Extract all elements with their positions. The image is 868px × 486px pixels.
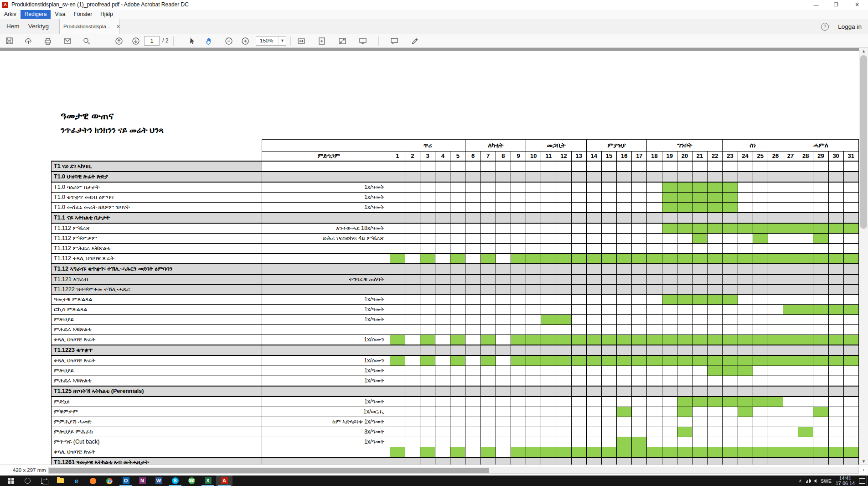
help-icon[interactable]: ? [821, 23, 829, 31]
week-cell [798, 324, 813, 334]
file-explorer-icon[interactable] [52, 476, 68, 486]
horizontal-scrollbar[interactable] [48, 467, 859, 474]
close-button[interactable]: ✕ [847, 0, 867, 10]
page-fit-icon[interactable] [295, 36, 307, 47]
previous-page-icon[interactable] [113, 36, 125, 47]
zoom-in-icon[interactable] [239, 36, 251, 47]
scroll-right-icon[interactable]: › [863, 467, 864, 472]
tab-close-icon[interactable]: ✕ [116, 24, 120, 29]
week-cell [556, 213, 571, 223]
volume-icon[interactable] [814, 479, 816, 483]
scroll-down-icon[interactable]: ▼ [859, 459, 868, 464]
highlight-icon[interactable] [409, 36, 421, 47]
comment-icon[interactable] [388, 36, 400, 47]
chrome-icon[interactable] [101, 476, 118, 486]
week-cell-scheduled [708, 355, 723, 366]
clock[interactable]: 14:41 17-06-14 [836, 476, 855, 486]
week-cell [480, 386, 496, 397]
week-cell-scheduled [813, 407, 828, 417]
week-cell [526, 213, 541, 223]
skype-icon[interactable]: S [167, 476, 183, 486]
week-cell [526, 192, 541, 202]
start-button[interactable] [3, 476, 19, 486]
week-cell [526, 202, 541, 213]
word-icon[interactable]: W [150, 476, 167, 486]
week-cell [692, 386, 707, 397]
week-cell [511, 324, 526, 334]
page-number-input[interactable]: 1 [144, 36, 160, 46]
share-icon[interactable] [23, 36, 35, 47]
maximize-button[interactable]: ❐ [826, 0, 846, 10]
week-cell [738, 161, 753, 172]
tab-tools[interactable]: Verktyg [24, 19, 53, 34]
menu-item-2[interactable]: Redigera [21, 10, 51, 19]
presentation-icon[interactable] [357, 36, 369, 47]
search-icon[interactable] [19, 476, 36, 486]
week-cell [601, 223, 616, 234]
week-cell [617, 314, 632, 324]
edge-icon[interactable]: e [68, 476, 85, 486]
onenote-icon[interactable]: N [134, 476, 150, 486]
week-cell [405, 334, 420, 345]
fullscreen-icon[interactable] [336, 36, 348, 47]
week-cell [828, 457, 843, 465]
pdf-canvas: ዓመታዊ ውጠና ንጥፈታትን ክንክንን ናይ መሬት ህንጻ ጥሪለካቲትመ… [0, 48, 859, 465]
scroll-up-icon[interactable]: ▲ [859, 49, 868, 53]
tray-chevron-icon[interactable]: ∧ [799, 478, 802, 483]
keyboard-language-label[interactable]: SWE [821, 478, 832, 484]
vertical-scrollbar[interactable]: ▲ ▼ [859, 48, 868, 465]
excel-icon[interactable]: X [200, 476, 216, 486]
tab-document[interactable]: Produktionstidspla... ✕ [59, 19, 119, 34]
week-cell [662, 457, 677, 465]
week-cell [647, 161, 662, 172]
week-cell [632, 243, 647, 253]
menu-item-1[interactable]: Arkiv [0, 10, 21, 19]
week-cell [541, 376, 556, 386]
phone-icon[interactable]: ☎ [183, 476, 200, 486]
select-tool-icon[interactable] [186, 36, 198, 47]
minimize-button[interactable]: — [806, 0, 826, 10]
horizontal-scroll-thumb[interactable] [49, 468, 489, 473]
week-cell [541, 345, 556, 355]
page-transform-icon[interactable] [316, 36, 328, 47]
search-icon[interactable] [81, 36, 93, 47]
show-desktop-button[interactable] [866, 476, 868, 486]
week-cell [405, 427, 420, 437]
week-cell [405, 274, 420, 285]
week-cell [708, 427, 723, 437]
week-cell [813, 182, 828, 193]
week-cell-scheduled [753, 334, 768, 345]
notification-center-icon[interactable] [859, 478, 865, 484]
next-page-icon[interactable] [130, 36, 142, 47]
network-icon[interactable] [806, 479, 810, 483]
task-view-icon[interactable] [36, 476, 52, 486]
login-button[interactable]: Logga in [838, 23, 862, 30]
week-cell-scheduled [768, 223, 783, 234]
zoom-out-icon[interactable] [223, 36, 235, 47]
save-icon[interactable] [4, 36, 16, 47]
week-cell [783, 172, 798, 182]
week-cell-scheduled [738, 447, 753, 457]
menu-item-3[interactable]: Visa [51, 10, 69, 19]
zoom-level-dropdown[interactable]: ▼150% [256, 36, 286, 46]
tab-home[interactable]: Hem [2, 19, 24, 34]
scroll-left-icon[interactable]: ‹ [42, 467, 44, 472]
menu-item-4[interactable]: Fönster [70, 10, 97, 19]
zoom-caret-icon[interactable]: ▼ [279, 37, 286, 45]
print-icon[interactable] [42, 36, 54, 47]
week-cell [511, 223, 526, 234]
week-cell [768, 161, 783, 172]
week-cell [450, 202, 465, 213]
firefox-icon[interactable] [85, 476, 101, 486]
hand-tool-icon[interactable] [203, 36, 215, 47]
week-cell-scheduled [843, 304, 858, 314]
menu-item-5[interactable]: Hjälp [96, 10, 117, 19]
week-cell [450, 407, 465, 417]
week-cell [435, 417, 450, 427]
week-cell [435, 447, 450, 457]
email-icon[interactable] [62, 36, 73, 47]
outlook-icon[interactable]: O [118, 476, 134, 486]
vertical-scroll-thumb[interactable] [860, 55, 867, 229]
acrobat-icon[interactable]: A [216, 476, 232, 486]
week-cell-scheduled [708, 202, 723, 213]
